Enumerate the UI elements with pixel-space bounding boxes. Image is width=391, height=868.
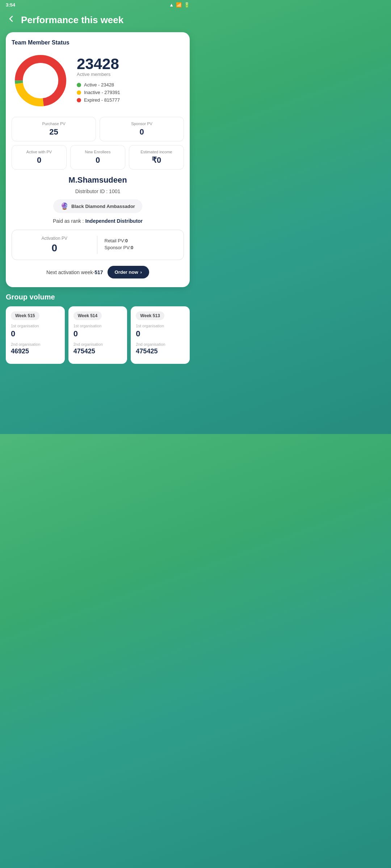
badge-label: Black Diamond Ambassador	[71, 204, 135, 209]
legend-item-expired: Expired - 815777	[77, 97, 184, 103]
activation-sponsor-pv-value: 0	[131, 245, 133, 250]
week-513-org2-value: 475425	[136, 348, 185, 355]
status-time: 3:54	[6, 2, 15, 8]
metrics-grid-3: Active with PV 0 New Enrollees 0 Estimat…	[12, 145, 184, 170]
new-enrollees-label: New Enrollees	[76, 150, 120, 154]
week-513-org1-label: 1st organisation	[136, 324, 185, 328]
next-activation-week: 517	[94, 269, 103, 275]
active-with-pv-card: Active with PV 0	[12, 145, 67, 170]
estimated-income-value: ₹0	[134, 156, 178, 165]
legend-label-active: Active - 23428	[84, 82, 114, 88]
rank-badge: 🔮 Black Diamond Ambassador	[53, 199, 142, 213]
group-volume-section: Group volume Week 515 1st organisation 0…	[0, 293, 196, 371]
week-card-514: Week 514 1st organisation 0 2nd organisa…	[68, 306, 127, 364]
order-btn-label: Order now	[115, 269, 138, 275]
status-bar: 3:54 ▲ 📶 🔋	[0, 0, 196, 10]
badge-icon: 🔮	[60, 202, 68, 210]
sponsor-pv-row: Sponsor PV:0	[105, 245, 178, 250]
main-card: Team Member Status	[6, 32, 190, 287]
chart-legend: 23428 Active members Active - 23428 Inac…	[77, 56, 184, 105]
week-514-label: Week 514	[73, 311, 102, 320]
wifi-icon: ▲	[169, 2, 174, 8]
paid-rank-label: Paid as rank :	[53, 218, 85, 224]
sponsor-pv-value: 0	[105, 127, 178, 137]
purchase-pv-card: Purchase PV 25	[12, 117, 96, 141]
legend-label-expired: Expired - 815777	[84, 97, 120, 103]
week-515-org2-value: 46925	[11, 348, 60, 355]
new-enrollees-card: New Enrollees 0	[70, 145, 125, 170]
purchase-pv-label: Purchase PV	[17, 122, 91, 126]
week-513-label: Week 513	[136, 311, 164, 320]
order-btn-icon: ›	[140, 269, 142, 275]
active-count: 23428	[77, 56, 184, 72]
active-with-pv-label: Active with PV	[17, 150, 61, 154]
estimated-income-label: Estimated income	[134, 150, 178, 154]
legend-label-inactive: Inactive - 279391	[84, 90, 120, 95]
retail-pv-row: Retail PV:0	[105, 238, 178, 243]
retail-pv-label: Retail PV:	[105, 238, 125, 243]
legend-item-inactive: Inactive - 279391	[77, 90, 184, 95]
new-enrollees-value: 0	[76, 156, 120, 165]
week-514-org2-label: 2nd organisation	[73, 342, 122, 346]
sponsor-pv-label: Sponsor PV	[105, 122, 178, 126]
weeks-row: Week 515 1st organisation 0 2nd organisa…	[6, 306, 190, 364]
chart-row: 23428 Active members Active - 23428 Inac…	[12, 52, 184, 110]
activation-sponsor-pv-label: Sponsor PV:	[105, 245, 131, 250]
retail-pv-value: 0	[125, 238, 128, 243]
status-icons: ▲ 📶 🔋	[169, 2, 190, 8]
signal-icon: 📶	[176, 2, 182, 8]
legend-dot-active	[77, 83, 81, 87]
week-card-515: Week 515 1st organisation 0 2nd organisa…	[6, 306, 65, 364]
metrics-grid-2: Purchase PV 25 Sponsor PV 0	[12, 117, 184, 141]
next-activation-label: Next activation week-	[46, 269, 94, 275]
donut-chart	[12, 52, 70, 110]
top-bar: Performance this week	[0, 10, 196, 32]
week-514-org2-value: 475425	[73, 348, 122, 355]
activation-pv-label: Activation PV	[18, 236, 91, 241]
order-now-button[interactable]: Order now ›	[108, 266, 149, 278]
activation-right: Retail PV:0 Sponsor PV:0	[97, 238, 178, 252]
paid-rank-value: Independent Distributor	[85, 218, 143, 224]
week-515-label: Week 515	[11, 311, 39, 320]
legend-dot-expired	[77, 98, 81, 102]
estimated-income-card: Estimated income ₹0	[129, 145, 184, 170]
user-name: M.Shamsudeen	[12, 175, 184, 185]
week-515-org2-label: 2nd organisation	[11, 342, 60, 346]
sponsor-pv-card: Sponsor PV 0	[100, 117, 184, 141]
distributor-id: Distributor ID : 1001	[12, 188, 184, 194]
legend-dot-inactive	[77, 90, 81, 95]
week-513-org1-value: 0	[136, 329, 185, 339]
week-515-org1-label: 1st organisation	[11, 324, 60, 328]
next-activation: Next activation week-517 Order now ›	[12, 266, 184, 280]
week-513-org2-label: 2nd organisation	[136, 342, 185, 346]
week-card-513: Week 513 1st organisation 0 2nd organisa…	[131, 306, 190, 364]
purchase-pv-value: 25	[17, 127, 91, 137]
paid-rank: Paid as rank : Independent Distributor	[12, 218, 184, 224]
group-volume-title: Group volume	[6, 293, 190, 301]
battery-icon: 🔋	[184, 2, 190, 8]
week-515-org1-value: 0	[11, 329, 60, 339]
activation-left: Activation PV 0	[18, 236, 97, 254]
week-514-org1-value: 0	[73, 329, 122, 339]
page-title: Performance this week	[21, 14, 123, 26]
section-title: Team Member Status	[12, 39, 184, 46]
next-activation-text: Next activation week-517	[46, 269, 103, 275]
activation-card: Activation PV 0 Retail PV:0 Sponsor PV:0	[12, 230, 184, 260]
activation-pv-value: 0	[18, 242, 91, 254]
active-label: Active members	[77, 72, 184, 77]
back-button[interactable]	[6, 13, 17, 26]
week-514-org1-label: 1st organisation	[73, 324, 122, 328]
badge-container: 🔮 Black Diamond Ambassador	[12, 199, 184, 218]
active-with-pv-value: 0	[17, 156, 61, 165]
legend-item-active: Active - 23428	[77, 82, 184, 88]
